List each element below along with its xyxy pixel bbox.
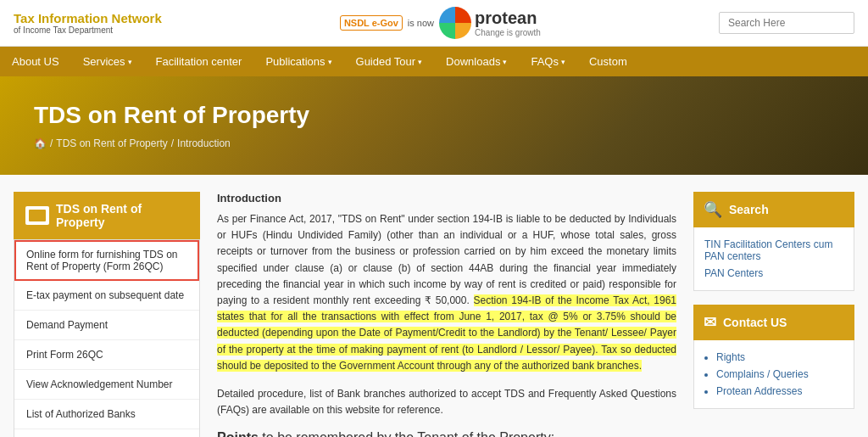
nav-item-downloads[interactable]: Downloads▾ — [434, 47, 519, 76]
intro-heading: Introduction — [217, 192, 676, 204]
tin-facilitation-link[interactable]: TIN Facilitation Centers cum PAN centers — [704, 236, 843, 265]
search-widget-title: Search — [729, 203, 769, 216]
contact-protean-link[interactable]: Protean Addresses — [716, 383, 843, 400]
sidebar-item-faq[interactable]: FAQ — [14, 429, 199, 437]
contact-widget-header: ✉ Contact US — [693, 305, 854, 340]
breadcrumb-home-icon[interactable]: 🏠 — [34, 137, 47, 149]
sidebar-item-view-acknowledgement[interactable]: View Acknowledgement Number — [14, 370, 199, 400]
highlighted-text: Section 194-IB of the Income Tax Act, 19… — [217, 294, 676, 372]
protean-text-block: protean Change is growth — [475, 8, 541, 37]
chevron-down-icon: ▾ — [328, 58, 332, 66]
search-input[interactable] — [719, 12, 854, 34]
sidebar-menu: Online form for furnishing TDS on Rent o… — [14, 239, 200, 437]
breadcrumb-section[interactable]: TDS on Rent of Property — [56, 137, 167, 149]
breadcrumb: 🏠 / TDS on Rent of Property / Introducti… — [34, 137, 834, 149]
contact-widget-title: Contact US — [723, 316, 787, 329]
main-content: TDS on Rent of Property Online form for … — [0, 175, 868, 437]
contact-rights-link[interactable]: Rights — [716, 349, 843, 366]
search-icon: 🔍 — [704, 200, 722, 219]
nav-item-publications[interactable]: Publications▾ — [253, 47, 343, 76]
pan-centers-link[interactable]: PAN Centers — [704, 265, 843, 282]
intro-paragraph-2: Detailed procedure, list of Bank branche… — [217, 386, 676, 418]
contact-complains-link[interactable]: Complains / Queries — [716, 366, 843, 383]
left-sidebar: TDS on Rent of Property Online form for … — [14, 192, 200, 437]
header-left: Tax Information Network of Income Tax De… — [14, 11, 162, 35]
chevron-down-icon: ▾ — [503, 58, 507, 66]
chevron-down-icon: ▾ — [418, 58, 422, 66]
document-icon — [25, 206, 49, 225]
points-heading: Points to be remembered by the Tenant of… — [217, 430, 676, 437]
header-logo: NSDL e-Gov is now protean Change is grow… — [340, 7, 541, 39]
sidebar-item-print-form[interactable]: Print Form 26QC — [14, 340, 199, 370]
sidebar-item-demand-payment[interactable]: Demand Payment — [14, 311, 199, 340]
chevron-down-icon: ▾ — [561, 58, 565, 66]
nsdl-logo: NSDL e-Gov — [340, 15, 403, 31]
is-now-text: is now — [408, 18, 434, 28]
nav-item-faqs[interactable]: FAQs▾ — [519, 47, 577, 76]
article-content: Introduction As per Finance Act, 2017, "… — [200, 192, 693, 437]
search-widget-body: TIN Facilitation Centers cum PAN centers… — [693, 227, 854, 291]
nav-item-facilitation[interactable]: Facilitation center — [144, 47, 254, 76]
chevron-down-icon: ▾ — [128, 58, 132, 66]
breadcrumb-current: Introduction — [177, 137, 231, 149]
nav-item-services[interactable]: Services▾ — [71, 47, 144, 76]
sidebar-item-online-form[interactable]: Online form for furnishing TDS on Rent o… — [14, 240, 199, 281]
sidebar-header: TDS on Rent of Property — [14, 192, 200, 239]
protean-circle-icon — [439, 7, 471, 39]
search-widget: 🔍 Search TIN Facilitation Centers cum PA… — [693, 192, 854, 291]
contact-list: Rights Complains / Queries Protean Addre… — [704, 349, 843, 400]
nav-item-guided-tour[interactable]: Guided Tour▾ — [344, 47, 435, 76]
sidebar-title: TDS on Rent of Property — [56, 202, 188, 229]
change-growth-text: Change is growth — [475, 28, 541, 37]
tin-subtitle: of Income Tax Department — [14, 25, 162, 35]
protean-logo: protean Change is growth — [439, 7, 541, 39]
sidebar-item-etax[interactable]: E-tax payment on subsequent date — [14, 281, 199, 311]
right-sidebar: 🔍 Search TIN Facilitation Centers cum PA… — [693, 192, 854, 437]
contact-widget-body: Rights Complains / Queries Protean Addre… — [693, 340, 854, 409]
mail-icon: ✉ — [704, 313, 716, 332]
intro-paragraph-1: As per Finance Act, 2017, "TDS on Rent" … — [217, 211, 676, 374]
page-title: TDS on Rent of Property — [34, 102, 834, 129]
main-nav: About US Services▾ Facilitation center P… — [0, 47, 868, 76]
header: Tax Information Network of Income Tax De… — [0, 0, 868, 47]
search-widget-header: 🔍 Search — [693, 192, 854, 227]
nav-item-about[interactable]: About US — [0, 47, 71, 76]
hero-banner: TDS on Rent of Property 🏠 / TDS on Rent … — [0, 76, 868, 175]
contact-widget: ✉ Contact US Rights Complains / Queries … — [693, 305, 854, 409]
nav-item-custom[interactable]: Custom — [577, 47, 639, 76]
sidebar-item-authorized-banks[interactable]: List of Authorized Banks — [14, 400, 199, 429]
tin-title: Tax Information Network — [14, 11, 162, 25]
protean-name: protean — [475, 8, 541, 28]
